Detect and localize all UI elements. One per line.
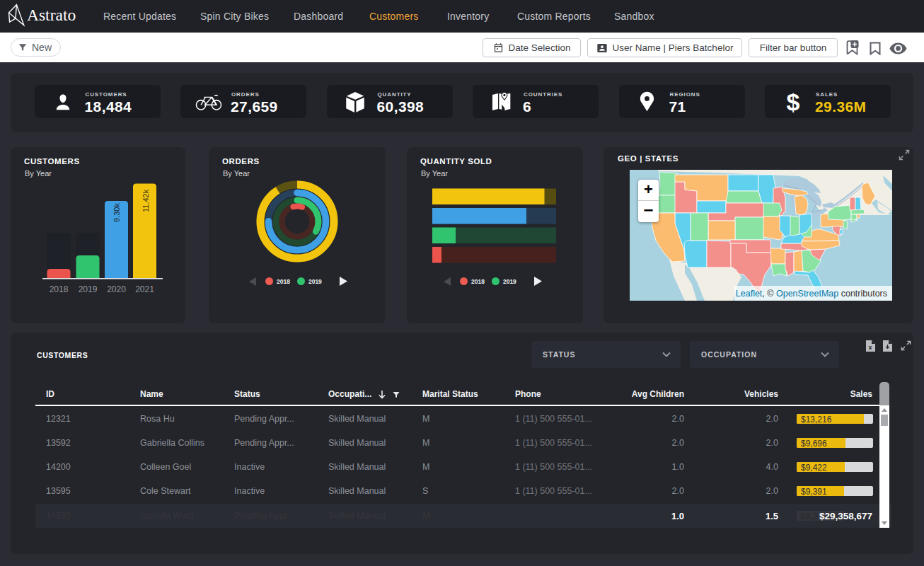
svg-text:2019: 2019 [79, 284, 98, 294]
svg-text:2018: 2018 [50, 284, 69, 294]
svg-text:2020: 2020 [107, 284, 126, 294]
svg-text:2021: 2021 [135, 284, 154, 294]
svg-text:11.42k: 11.42k [142, 189, 150, 212]
svg-text:9.30k: 9.30k [112, 203, 121, 222]
svg-text:x: x [868, 344, 872, 351]
svg-text:Leaflet, © OpenStreetMap contr: Leaflet, © OpenStreetMap contributors [736, 289, 887, 299]
